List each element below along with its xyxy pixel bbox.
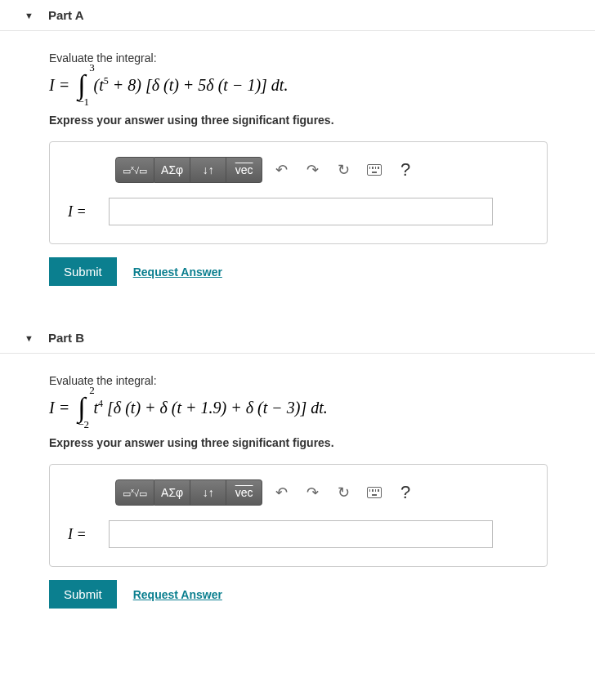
- vec-label: vec: [235, 486, 253, 499]
- integral-upper: 3: [89, 61, 95, 74]
- keyboard-icon: [367, 164, 382, 176]
- input-label: I =: [68, 526, 101, 543]
- part-title: Part A: [48, 8, 84, 22]
- subsup-icon: ↓↑: [203, 163, 214, 176]
- help-button[interactable]: ?: [393, 157, 418, 183]
- redo-button[interactable]: ↷: [300, 479, 324, 506]
- math-prefix: I =: [49, 399, 69, 417]
- undo-button[interactable]: ↶: [269, 157, 293, 183]
- answer-box: ▭x√▭ ΑΣφ ↓↑ vec ↶ ↷ ↻ ?: [49, 141, 548, 244]
- vec-button[interactable]: vec: [226, 157, 262, 183]
- submit-button[interactable]: Submit: [49, 580, 117, 609]
- undo-button[interactable]: ↶: [269, 479, 293, 506]
- prompt-text: Evaluate the integral:: [49, 51, 566, 65]
- math-prefix: I =: [49, 76, 69, 95]
- reset-button[interactable]: ↻: [331, 157, 356, 183]
- greek-label: ΑΣφ: [161, 486, 183, 499]
- templates-button[interactable]: ▭x√▭: [115, 157, 154, 183]
- undo-icon: ↶: [275, 484, 288, 502]
- answer-input[interactable]: [109, 198, 493, 225]
- math-body: t4 [δ (t) + δ (t + 1.9) + δ (t − 3)] dt.: [93, 398, 327, 417]
- templates-button[interactable]: ▭x√▭: [115, 479, 154, 506]
- subsup-button[interactable]: ↓↑: [190, 157, 226, 183]
- keyboard-icon: [367, 487, 382, 498]
- vec-button[interactable]: vec: [226, 479, 262, 506]
- templates-icon: ▭x√▭: [123, 487, 147, 499]
- undo-icon: ↶: [275, 161, 288, 179]
- subsup-button[interactable]: ↓↑: [190, 479, 226, 506]
- reset-icon: ↻: [338, 161, 350, 179]
- keyboard-button[interactable]: [362, 479, 387, 506]
- part-title: Part B: [48, 331, 84, 345]
- help-button[interactable]: ?: [393, 479, 418, 506]
- greek-button[interactable]: ΑΣφ: [154, 479, 190, 506]
- math-expression: I = 2 ∫ −2 t4 [δ (t) + δ (t + 1.9) + δ (…: [49, 394, 566, 421]
- greek-label: ΑΣφ: [161, 163, 183, 176]
- instruction-text: Express your answer using three signific…: [49, 114, 566, 127]
- redo-button[interactable]: ↷: [300, 157, 324, 183]
- integral-lower: −1: [78, 96, 89, 109]
- request-answer-link[interactable]: Request Answer: [133, 265, 222, 279]
- input-label: I =: [68, 203, 101, 221]
- prompt-text: Evaluate the integral:: [49, 374, 566, 387]
- math-body: (t5 + 8) [δ (t) + 5δ (t − 1)] dt.: [93, 75, 288, 95]
- submit-button[interactable]: Submit: [49, 257, 117, 286]
- caret-down-icon: ▼: [25, 11, 34, 20]
- answer-input[interactable]: [109, 520, 493, 548]
- templates-icon: ▭x√▭: [123, 164, 147, 176]
- subsup-icon: ↓↑: [203, 486, 214, 499]
- request-answer-link[interactable]: Request Answer: [133, 588, 222, 601]
- integral-lower: −2: [78, 418, 89, 431]
- answer-box: ▭x√▭ ΑΣφ ↓↑ vec ↶ ↷ ↻ ?: [49, 464, 548, 567]
- part-a-header[interactable]: ▼ Part A: [0, 0, 595, 31]
- reset-button[interactable]: ↻: [331, 479, 356, 506]
- integral-upper: 2: [89, 384, 95, 397]
- math-expression: I = 3 ∫ −1 (t5 + 8) [δ (t) + 5δ (t − 1)]…: [49, 71, 566, 99]
- redo-icon: ↷: [306, 161, 319, 179]
- answer-toolbar: ▭x√▭ ΑΣφ ↓↑ vec ↶ ↷ ↻ ?: [115, 479, 529, 506]
- reset-icon: ↻: [338, 484, 350, 502]
- instruction-text: Express your answer using three signific…: [49, 436, 566, 449]
- answer-toolbar: ▭x√▭ ΑΣφ ↓↑ vec ↶ ↷ ↻ ?: [115, 157, 529, 183]
- part-b-header[interactable]: ▼ Part B: [0, 323, 595, 354]
- greek-button[interactable]: ΑΣφ: [154, 157, 190, 183]
- redo-icon: ↷: [306, 484, 319, 502]
- vec-label: vec: [235, 163, 253, 176]
- help-label: ?: [400, 159, 410, 181]
- caret-down-icon: ▼: [25, 333, 34, 343]
- help-label: ?: [400, 482, 410, 503]
- keyboard-button[interactable]: [362, 157, 387, 183]
